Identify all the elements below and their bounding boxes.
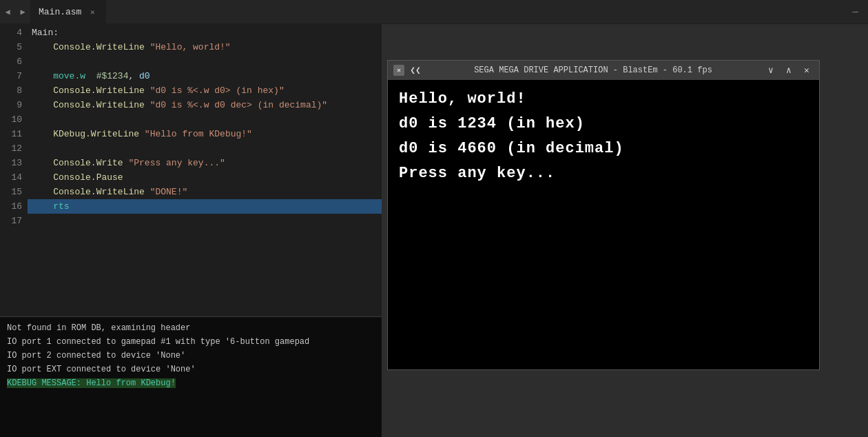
- blastem-titlebar: ✕ ❮❮ SEGA MEGA DRIVE APPLICATION - Blast…: [388, 61, 819, 80]
- line-number: 5: [6, 40, 22, 54]
- blastem-collapse-btn[interactable]: ❮❮: [409, 63, 422, 77]
- line-numbers: 4567891011121314151617: [0, 24, 28, 316]
- code-line: Console.WriteLine "Hello, world!": [28, 40, 382, 54]
- line-number: 9: [6, 98, 22, 112]
- blastem-app-icon: ✕: [393, 65, 404, 76]
- code-line: [28, 112, 382, 127]
- line-number: 7: [6, 69, 22, 83]
- code-line: [28, 54, 382, 69]
- terminal-line: IO port EXT connected to device 'None': [7, 363, 375, 376]
- line-number: 14: [6, 170, 22, 185]
- code-line: Console.WriteLine "d0 is %<.w d0> (in he…: [28, 83, 382, 98]
- blastem-title: SEGA MEGA DRIVE APPLICATION - BlastEm - …: [426, 65, 760, 75]
- line-number: 4: [6, 26, 22, 40]
- tab-bar: ◀ ▶ Main.asm ✕ —: [0, 0, 868, 24]
- left-panel: 4567891011121314151617 Main: Console.Wri…: [0, 24, 382, 437]
- tab-label: Main.asm: [39, 7, 81, 17]
- terminal-line: IO port 2 connected to device 'None': [7, 349, 375, 363]
- line-number: 10: [6, 112, 22, 127]
- terminal-panel: Not found in ROM DB, examining headerIO …: [0, 316, 382, 437]
- code-area: 4567891011121314151617 Main: Console.Wri…: [0, 24, 382, 316]
- right-panel: ✕ ❮❮ SEGA MEGA DRIVE APPLICATION - Blast…: [382, 24, 868, 437]
- terminal-line: Not found in ROM DB, examining header: [7, 321, 375, 335]
- code-line: KDebug.WriteLine "Hello from KDebug!": [28, 127, 382, 141]
- blastem-min-btn[interactable]: ∨: [764, 63, 778, 77]
- code-line: Console.Write "Press any key...": [28, 156, 382, 170]
- code-line: move.w #$1234, d0: [28, 69, 382, 83]
- code-line: [28, 141, 382, 156]
- blastem-close-btn[interactable]: ✕: [800, 63, 814, 77]
- code-editor[interactable]: 4567891011121314151617 Main: Console.Wri…: [0, 24, 382, 316]
- tab-prev-btn[interactable]: ◀: [0, 0, 15, 24]
- code-lines: Main: Console.WriteLine "Hello, world!" …: [28, 24, 382, 316]
- tab-close-btn[interactable]: ✕: [87, 6, 98, 17]
- main-area: 4567891011121314151617 Main: Console.Wri…: [0, 24, 868, 437]
- blastem-window: ✕ ❮❮ SEGA MEGA DRIVE APPLICATION - Blast…: [387, 60, 820, 370]
- tab-main-asm[interactable]: Main.asm ✕: [30, 0, 107, 24]
- code-line: rts: [28, 199, 382, 214]
- blastem-screen: Hello, world! d0 is 1234 (in hex) d0 is …: [388, 80, 819, 369]
- line-number: 15: [6, 185, 22, 199]
- blastem-output: Hello, world! d0 is 1234 (in hex) d0 is …: [399, 87, 624, 186]
- code-line: Console.Pause: [28, 170, 382, 185]
- code-line: Console.WriteLine "DONE!": [28, 185, 382, 199]
- terminal-content: Not found in ROM DB, examining headerIO …: [0, 317, 382, 437]
- blastem-max-btn[interactable]: ∧: [782, 63, 796, 77]
- code-line: Main:: [28, 26, 382, 40]
- line-number: 16: [6, 199, 22, 214]
- blastem-collapse-btns: ❮❮: [409, 63, 422, 77]
- line-number: 12: [6, 141, 22, 156]
- tab-next-btn[interactable]: ▶: [15, 0, 30, 24]
- tab-bar-layout-btn[interactable]: —: [849, 3, 862, 20]
- line-number: 8: [6, 83, 22, 98]
- terminal-line: KDEBUG MESSAGE: Hello from KDebug!: [7, 376, 375, 390]
- terminal-line: IO port 1 connected to gamepad #1 with t…: [7, 335, 375, 349]
- line-number: 17: [6, 214, 22, 228]
- code-line: Console.WriteLine "d0 is %<.w d0 dec> (i…: [28, 98, 382, 112]
- line-number: 11: [6, 127, 22, 141]
- line-number: 13: [6, 156, 22, 170]
- line-number: 6: [6, 54, 22, 69]
- code-line: [28, 214, 382, 228]
